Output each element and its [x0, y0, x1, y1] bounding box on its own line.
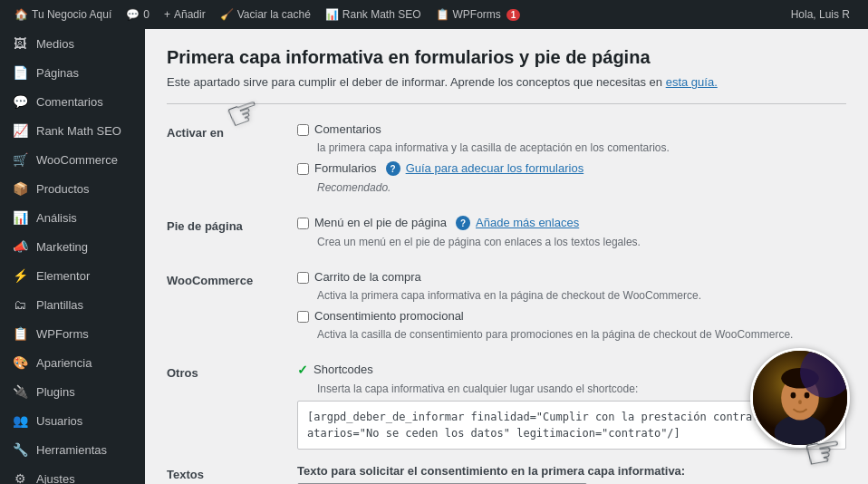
elementor-icon: ⚡: [11, 268, 29, 283]
formularios-checkbox[interactable]: [297, 163, 309, 175]
analisis-icon: 📊: [11, 210, 29, 225]
carrito-checkbox[interactable]: [297, 272, 309, 284]
usuarios-icon: 👥: [11, 413, 29, 428]
consentimiento-checkbox-row: Consentimiento promocional: [297, 309, 846, 323]
wpforms-icon: 📋: [11, 326, 29, 341]
sidebar-item-plugins[interactable]: 🔌 Plugins: [0, 377, 145, 406]
woocommerce-label: WooCommerce: [167, 270, 275, 348]
comments-icon: 💬: [126, 8, 140, 21]
sidebar-item-marketing[interactable]: 📣 Marketing: [0, 232, 145, 261]
activar-en-section: Activar en Comentarios la primera capa i…: [167, 122, 846, 201]
menu-pie-checkbox-row: Menú en el pie de página ? Añade más enl…: [297, 216, 846, 230]
cache-label: Vaciar la caché: [237, 8, 311, 21]
carrito-label: Carrito de la compra: [314, 270, 421, 284]
sidebar-item-label: Medios: [36, 37, 74, 51]
sidebar-item-label: Ajustes: [36, 472, 75, 485]
menu-pie-link[interactable]: Añade más enlaces: [476, 216, 579, 229]
formularios-help-icon[interactable]: ?: [386, 161, 400, 176]
textos-section: Textos Texto para solicitar el consentim…: [167, 464, 846, 484]
rankmath-label: Rank Math SEO: [342, 8, 421, 21]
sidebar-item-label: Rank Math SEO: [36, 124, 121, 138]
svg-point-4: [791, 392, 796, 399]
admin-bar: 🏠 Tu Negocio Aquí 💬 0 + Añadir 🧹 Vaciar …: [0, 0, 868, 29]
recomendado-text: Recomendado.: [317, 181, 846, 194]
sidebar-item-label: Plugins: [36, 385, 75, 399]
sidebar-item-productos[interactable]: 📦 Productos: [0, 174, 145, 203]
sidebar-item-label: Productos: [36, 182, 90, 196]
sidebar-item-label: Herramientas: [36, 443, 107, 457]
sidebar-item-medios[interactable]: 🖼 Medios: [0, 29, 145, 58]
page-title: Primera capa informativa en formularios …: [167, 47, 846, 68]
comentarios-icon: 💬: [11, 94, 29, 109]
shortcodes-label: Shortcodes: [313, 363, 373, 376]
admin-bar-new[interactable]: + Añadir: [157, 0, 213, 29]
sidebar-item-label: Comentarios: [36, 95, 103, 109]
svg-point-6: [798, 400, 802, 404]
herramientas-icon: 🔧: [11, 442, 29, 457]
carrito-checkbox-row: Carrito de la compra: [297, 270, 846, 284]
sidebar-item-plantillas[interactable]: 🗂 Plantillas: [0, 290, 145, 319]
consentimiento-checkbox[interactable]: [297, 311, 309, 323]
main-layout: 🖼 Medios 📄 Páginas 💬 Comentarios 📈 Rank …: [0, 29, 868, 484]
plus-icon: +: [164, 8, 170, 21]
sidebar-item-label: WPForms: [36, 327, 89, 341]
admin-bar-cache[interactable]: 🧹 Vaciar la caché: [213, 0, 318, 29]
sidebar-item-comentarios[interactable]: 💬 Comentarios: [0, 87, 145, 116]
comentarios-description: la primera capa informativa y la casilla…: [317, 141, 846, 154]
pie-pagina-section: Pie de página Menú en el pie de página ?…: [167, 216, 846, 256]
pie-pagina-content: Menú en el pie de página ? Añade más enl…: [297, 216, 846, 256]
sidebar-item-label: Elementor: [36, 269, 90, 283]
sidebar-item-apariencia[interactable]: 🎨 Apariencia: [0, 348, 145, 377]
activar-en-content: Comentarios la primera capa informativa …: [297, 122, 846, 201]
consentimiento-label: Consentimiento promocional: [314, 309, 464, 323]
otros-section: Otros ✓ Shortcodes Inserta la capa infor…: [167, 363, 846, 450]
sidebar-item-usuarios[interactable]: 👥 Usuarios: [0, 406, 145, 435]
apariencia-icon: 🎨: [11, 355, 29, 370]
menu-pie-description: Crea un menú en el pie de página con enl…: [317, 236, 846, 248]
subtitle-link[interactable]: esta guía.: [666, 75, 718, 89]
sidebar-item-wpforms[interactable]: 📋 WPForms: [0, 319, 145, 348]
woocommerce-icon: 🛒: [11, 152, 29, 167]
plugins-icon: 🔌: [11, 384, 29, 399]
admin-bar-site[interactable]: 🏠 Tu Negocio Aquí: [7, 0, 119, 29]
consentimiento-description: Activa la casilla de consentimiento para…: [317, 328, 846, 341]
menu-pie-label: Menú en el pie de página: [314, 216, 447, 229]
formularios-label: Formularios: [314, 161, 377, 175]
sidebar-item-analisis[interactable]: 📊 Análisis: [0, 203, 145, 232]
admin-bar-user: Hola, Luis R: [780, 8, 861, 21]
carrito-description: Activa la primera capa informativa en la…: [317, 289, 846, 302]
ajustes-icon: ⚙: [11, 471, 29, 484]
admin-bar-rankmath[interactable]: 📊 Rank Math SEO: [318, 0, 429, 29]
campo-title: Texto para solicitar el consentimiento e…: [297, 464, 846, 478]
admin-bar-wpforms[interactable]: 📋 WPForms 1: [429, 0, 528, 29]
sidebar-item-woocommerce[interactable]: 🛒 WooCommerce: [0, 145, 145, 174]
admin-bar-comments[interactable]: 💬 0: [119, 0, 157, 29]
comentarios-checkbox[interactable]: [297, 124, 309, 136]
sidebar-item-herramientas[interactable]: 🔧 Herramientas: [0, 435, 145, 464]
comentarios-label: Comentarios: [314, 122, 381, 136]
sidebar-item-label: Marketing: [36, 240, 88, 254]
formularios-checkbox-row: Formularios ? Guía para adecuar los form…: [297, 161, 846, 176]
sidebar-item-label: Páginas: [36, 66, 79, 80]
comentarios-checkbox-row: Comentarios: [297, 122, 846, 136]
activar-en-label: Activar en: [167, 122, 275, 201]
sidebar: 🖼 Medios 📄 Páginas 💬 Comentarios 📈 Rank …: [0, 29, 145, 484]
wp-icon: 🏠: [14, 8, 28, 21]
plantillas-icon: 🗂: [11, 297, 29, 312]
menu-pie-checkbox[interactable]: [297, 218, 309, 229]
svg-point-5: [805, 392, 810, 399]
sidebar-item-paginas[interactable]: 📄 Páginas: [0, 58, 145, 87]
paginas-icon: 📄: [11, 65, 29, 80]
page-subtitle: Este apartado sirve para cumplir el debe…: [167, 75, 846, 104]
add-label: Añadir: [174, 8, 206, 21]
woocommerce-content: Carrito de la compra Activa la primera c…: [297, 270, 846, 348]
textos-label: Textos: [167, 464, 275, 484]
formularios-guide-link[interactable]: Guía para adecuar los formularios: [406, 161, 584, 175]
rankmath-icon: 📈: [11, 123, 29, 138]
sidebar-item-rankmath[interactable]: 📈 Rank Math SEO: [0, 116, 145, 145]
cache-icon: 🧹: [220, 8, 234, 21]
sidebar-item-ajustes[interactable]: ⚙ Ajustes: [0, 464, 145, 484]
marketing-icon: 📣: [11, 239, 29, 254]
menu-pie-help-icon[interactable]: ?: [456, 216, 470, 230]
sidebar-item-elementor[interactable]: ⚡ Elementor: [0, 261, 145, 290]
